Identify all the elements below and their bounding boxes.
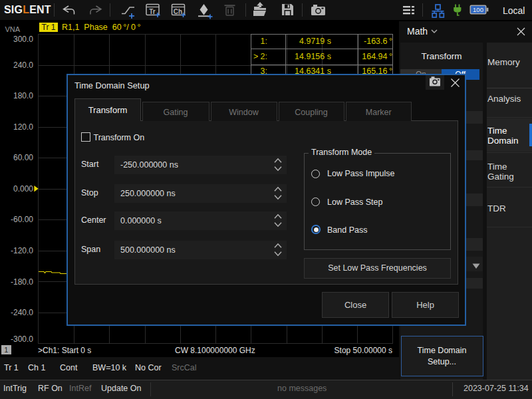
svg-text:>: > [253, 52, 258, 61]
svg-text:0.000: 0.000 [13, 184, 33, 194]
svg-text:-300.0: -300.0 [11, 334, 33, 344]
svg-text:100: 100 [473, 6, 483, 13]
svg-text:Tr: Tr [149, 8, 156, 15]
svg-text:14.9156 s: 14.9156 s [295, 52, 331, 61]
svg-text:120.0: 120.0 [13, 122, 33, 132]
svg-text:164.94 °: 164.94 ° [362, 52, 392, 61]
svg-text:60.00: 60.00 [13, 153, 33, 162]
svg-text:180.0: 180.0 [13, 91, 33, 100]
svg-text:-240.0: -240.0 [11, 308, 33, 317]
svg-text:-163.6 °: -163.6 ° [364, 37, 392, 46]
svg-text:-180.0: -180.0 [11, 277, 33, 287]
svg-text:240.0: 240.0 [13, 61, 33, 70]
svg-text:300.0: 300.0 [13, 35, 33, 44]
svg-text:Ch: Ch [174, 8, 182, 15]
svg-text:2:: 2: [261, 52, 267, 61]
svg-text:-60.00: -60.00 [11, 215, 33, 224]
svg-text:1:: 1: [261, 37, 267, 46]
svg-text:4.9719 s: 4.9719 s [299, 37, 331, 46]
svg-text:-120.0: -120.0 [11, 246, 33, 255]
